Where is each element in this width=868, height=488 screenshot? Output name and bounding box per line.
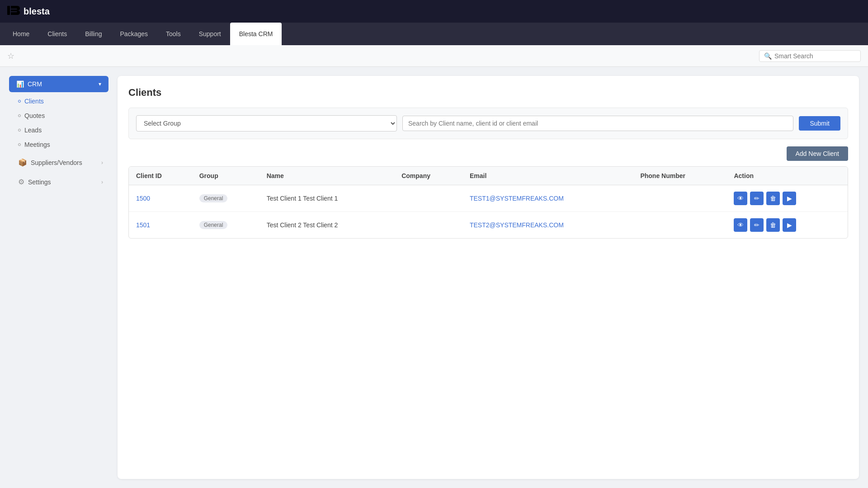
view-button[interactable]: 👁 <box>734 192 747 205</box>
email-cell: TEST1@SYSTEMFREAKS.COM <box>462 185 633 212</box>
sidebar-quotes-label: Quotes <box>24 112 45 119</box>
sidebar-item-meetings[interactable]: Meetings <box>13 137 108 152</box>
view-icon: 👁 <box>737 195 744 202</box>
edit-icon: ✏ <box>754 221 760 229</box>
search-icon: 🔍 <box>764 52 772 60</box>
phone-cell <box>633 185 726 212</box>
action-cell: 👁 ✏ 🗑 ▶ <box>726 212 848 239</box>
action-buttons: 👁 ✏ 🗑 ▶ <box>734 218 840 232</box>
logo-icon <box>7 6 20 17</box>
delete-button[interactable]: 🗑 <box>766 192 780 205</box>
topbar: blesta <box>0 0 868 23</box>
navbar: Home Clients Billing Packages Tools Supp… <box>0 23 868 45</box>
delete-icon: 🗑 <box>770 195 776 202</box>
nav-tools[interactable]: Tools <box>157 23 190 45</box>
group-cell: General <box>192 185 259 212</box>
sidebar: 📊 CRM ▾ Clients Quotes Leads Meetings <box>9 76 108 479</box>
sidebar-clients-label: Clients <box>24 98 44 105</box>
table-body: 1500 General Test Client 1 Test Client 1… <box>129 185 848 239</box>
submit-button[interactable]: Submit <box>799 116 840 131</box>
email-value: TEST1@SYSTEMFREAKS.COM <box>470 195 564 202</box>
clients-table-wrap: Client ID Group Name Company Email Phone… <box>128 166 848 239</box>
action-buttons: 👁 ✏ 🗑 ▶ <box>734 192 840 205</box>
chevron-right-icon: › <box>101 160 103 166</box>
client-search-container <box>402 116 793 131</box>
nav-billing[interactable]: Billing <box>76 23 111 45</box>
dot-icon <box>18 143 21 146</box>
secondary-bar: ☆ 🔍 <box>0 45 868 67</box>
chevron-right-icon: › <box>101 179 103 185</box>
nav-blesta-crm[interactable]: Blesta CRM <box>230 23 282 45</box>
smart-search-box[interactable]: 🔍 <box>759 50 861 62</box>
logo-text: blesta <box>24 6 50 17</box>
col-client-id: Client ID <box>129 167 192 185</box>
dot-icon <box>18 100 21 103</box>
client-search-input[interactable] <box>402 116 793 131</box>
company-cell <box>394 185 462 212</box>
edit-button[interactable]: ✏ <box>750 218 764 232</box>
name-cell: Test Client 1 Test Client 1 <box>259 185 395 212</box>
col-phone: Phone Number <box>633 167 726 185</box>
table-row: 1501 General Test Client 2 Test Client 2… <box>129 212 848 239</box>
client-id-cell: 1501 <box>129 212 192 239</box>
edit-button[interactable]: ✏ <box>750 192 764 205</box>
col-company: Company <box>394 167 462 185</box>
smart-search-input[interactable] <box>774 52 856 60</box>
sidebar-settings-label: Settings <box>28 178 51 186</box>
more-icon: ▶ <box>787 195 792 202</box>
nav-home[interactable]: Home <box>4 23 38 45</box>
sidebar-suppliers-label: Suppliers/Vendors <box>31 159 82 166</box>
phone-cell <box>633 212 726 239</box>
main-layout: 📊 CRM ▾ Clients Quotes Leads Meetings <box>0 67 868 488</box>
nav-packages[interactable]: Packages <box>111 23 157 45</box>
view-icon: 👁 <box>737 221 744 229</box>
page-title: Clients <box>128 87 848 99</box>
group-badge: General <box>199 221 228 229</box>
select-group-dropdown[interactable]: Select Group <box>136 115 397 131</box>
company-cell <box>394 212 462 239</box>
sidebar-item-suppliers-vendors[interactable]: 📦 Suppliers/Vendors › <box>13 154 108 171</box>
view-button[interactable]: 👁 <box>734 218 747 232</box>
favorite-star-icon[interactable]: ☆ <box>7 51 14 61</box>
table-row: 1500 General Test Client 1 Test Client 1… <box>129 185 848 212</box>
edit-icon: ✏ <box>754 195 760 202</box>
col-group: Group <box>192 167 259 185</box>
group-badge: General <box>199 194 228 202</box>
delete-icon: 🗑 <box>770 221 776 229</box>
nav-support[interactable]: Support <box>190 23 230 45</box>
main-content: Clients Select Group Submit Add New Clie… <box>118 76 859 479</box>
svg-rect-0 <box>7 6 10 15</box>
sidebar-item-settings[interactable]: ⚙ Settings › <box>13 173 108 191</box>
dot-icon <box>18 114 21 117</box>
more-icon: ▶ <box>787 221 792 229</box>
add-new-client-button[interactable]: Add New Client <box>787 146 849 161</box>
sidebar-crm-button[interactable]: 📊 CRM ▾ <box>9 76 108 92</box>
email-cell: TEST2@SYSTEMFREAKS.COM <box>462 212 633 239</box>
sidebar-item-clients[interactable]: Clients <box>13 94 108 108</box>
client-id-link[interactable]: 1500 <box>136 195 150 202</box>
bar-chart-icon: 📊 <box>16 80 24 88</box>
more-button[interactable]: ▶ <box>783 192 796 205</box>
sidebar-leads-label: Leads <box>24 127 42 134</box>
col-name: Name <box>259 167 395 185</box>
nav-clients[interactable]: Clients <box>38 23 76 45</box>
client-id-link[interactable]: 1501 <box>136 221 150 229</box>
sidebar-meetings-label: Meetings <box>24 141 50 148</box>
sidebar-item-leads[interactable]: Leads <box>13 123 108 137</box>
clients-table: Client ID Group Name Company Email Phone… <box>129 167 848 238</box>
sidebar-nav: Clients Quotes Leads Meetings 📦 Supplier… <box>9 94 108 191</box>
delete-button[interactable]: 🗑 <box>766 218 780 232</box>
email-value: TEST2@SYSTEMFREAKS.COM <box>470 221 564 229</box>
box-icon: 📦 <box>18 158 27 167</box>
group-cell: General <box>192 212 259 239</box>
gear-icon: ⚙ <box>18 178 24 186</box>
dot-icon <box>18 129 21 131</box>
table-header: Client ID Group Name Company Email Phone… <box>129 167 848 185</box>
chevron-down-icon: ▾ <box>99 81 101 87</box>
sidebar-item-quotes[interactable]: Quotes <box>13 108 108 123</box>
action-cell: 👁 ✏ 🗑 ▶ <box>726 185 848 212</box>
more-button[interactable]: ▶ <box>783 218 796 232</box>
logo[interactable]: blesta <box>7 6 50 17</box>
client-id-cell: 1500 <box>129 185 192 212</box>
select-group-container: Select Group <box>136 115 397 131</box>
